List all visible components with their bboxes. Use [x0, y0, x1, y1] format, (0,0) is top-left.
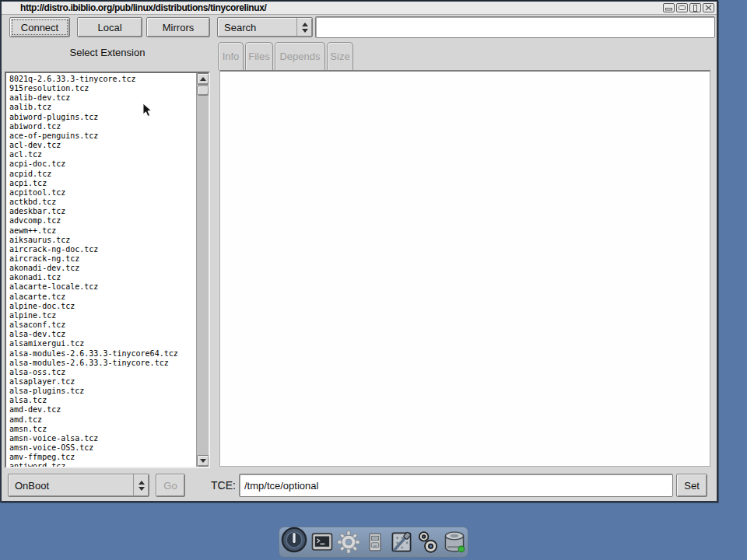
- maximize-button[interactable]: [676, 3, 688, 12]
- desktop: http://distro.ibiblio.org/pub/linux/dist…: [0, 0, 747, 560]
- extension-item[interactable]: ace-of-penguins.tcz: [9, 131, 196, 141]
- set-button[interactable]: Set: [676, 474, 707, 497]
- tce-label: TCE:: [211, 479, 236, 492]
- titlebar[interactable]: http://distro.ibiblio.org/pub/linux/dist…: [2, 2, 717, 15]
- extension-item[interactable]: alpine.tcz: [9, 311, 196, 320]
- extension-item[interactable]: akonadi.tcz: [9, 273, 196, 282]
- shade-button[interactable]: [663, 3, 675, 12]
- extension-item[interactable]: amsn-voice-OSS.tcz: [9, 443, 196, 453]
- search-mode-value: Search: [218, 22, 296, 33]
- go-button[interactable]: Go: [156, 474, 185, 497]
- appbrowser-window: http://distro.ibiblio.org/pub/linux/dist…: [0, 0, 718, 502]
- window-controls: [663, 3, 714, 12]
- tab-files[interactable]: Files: [245, 42, 273, 70]
- extension-item[interactable]: alsaconf.tcz: [9, 320, 196, 330]
- install-mode-value: OnBoot: [9, 480, 133, 492]
- extension-item[interactable]: acpi-doc.tcz: [9, 159, 196, 169]
- extension-item[interactable]: 915resolution.tcz: [9, 84, 196, 93]
- extension-item[interactable]: alacarte.tcz: [9, 292, 196, 302]
- extension-item[interactable]: alacarte-locale.tcz: [9, 282, 196, 292]
- extension-listbox: 8021q-2.6.33.3-tinycore.tcz915resolution…: [5, 72, 210, 468]
- extension-item[interactable]: amv-ffmpeg.tcz: [9, 453, 196, 462]
- extension-item[interactable]: alsa-modules-2.6.33.3-tinycore.tcz: [9, 359, 196, 368]
- appbrowser-icon[interactable]: [363, 530, 388, 555]
- terminal-icon[interactable]: [310, 530, 335, 555]
- extension-item[interactable]: akonadi-dev.tcz: [9, 264, 196, 273]
- extension-item[interactable]: aewm++.tcz: [9, 226, 196, 236]
- extension-item[interactable]: acl.tcz: [9, 150, 196, 159]
- close-button[interactable]: [703, 3, 714, 12]
- extension-item[interactable]: actkbd.tcz: [9, 198, 196, 207]
- mirrors-button[interactable]: Mirrors: [146, 17, 210, 37]
- connect-button[interactable]: Connect: [9, 17, 70, 37]
- extension-item[interactable]: abiword-plugins.tcz: [9, 113, 196, 122]
- tce-path-input[interactable]: [239, 474, 673, 497]
- tab-info[interactable]: Info: [218, 42, 244, 70]
- maximize-vertical-button[interactable]: [689, 3, 701, 12]
- extension-item[interactable]: alsa-plugins.tcz: [9, 387, 196, 396]
- extension-item[interactable]: aalib.tcz: [9, 103, 196, 112]
- extension-item[interactable]: antiword.tcz: [9, 462, 196, 467]
- extension-item[interactable]: abiword.tcz: [9, 122, 196, 131]
- chevron-updown-icon: [133, 474, 149, 496]
- extension-item[interactable]: alsa-oss.tcz: [9, 368, 196, 377]
- scroll-down-icon[interactable]: [197, 455, 209, 467]
- extension-item[interactable]: amd.tcz: [9, 415, 196, 425]
- extension-item[interactable]: acpi.tcz: [9, 179, 196, 188]
- tab-depends[interactable]: Depends: [275, 42, 325, 70]
- toolbox-icon[interactable]: [389, 530, 414, 555]
- chevron-updown-icon: [296, 18, 312, 37]
- dock: [279, 527, 468, 558]
- window-title: http://distro.ibiblio.org/pub/linux/dist…: [20, 2, 266, 13]
- extension-item[interactable]: aircrack-ng.tcz: [9, 254, 196, 264]
- extension-item[interactable]: alsa-dev.tcz: [9, 330, 196, 339]
- list-scrollbar[interactable]: [196, 73, 209, 467]
- mouse-cursor: [142, 103, 153, 117]
- gear-icon[interactable]: [336, 530, 361, 555]
- gears-icon[interactable]: [416, 530, 440, 555]
- extension-item[interactable]: acpitool.tcz: [9, 188, 196, 198]
- extension-item[interactable]: acpid.tcz: [9, 170, 196, 179]
- scrollbar-thumb[interactable]: [197, 86, 209, 96]
- extension-item[interactable]: alsa.tcz: [9, 396, 196, 405]
- extension-item[interactable]: aalib-dev.tcz: [9, 93, 196, 103]
- disk-icon[interactable]: [442, 530, 467, 555]
- extension-item[interactable]: adeskbar.tcz: [9, 207, 196, 216]
- search-input[interactable]: [315, 16, 715, 38]
- select-extension-label: Select Extension: [5, 47, 210, 58]
- power-icon[interactable]: [280, 526, 308, 554]
- install-mode-select[interactable]: OnBoot: [8, 474, 149, 497]
- extension-item[interactable]: 8021q-2.6.33.3-tinycore.tcz: [9, 75, 196, 84]
- search-mode-select[interactable]: Search: [217, 17, 313, 37]
- extension-item[interactable]: amd-dev.tcz: [9, 405, 196, 415]
- extension-item[interactable]: alsaplayer.tcz: [9, 377, 196, 387]
- local-button[interactable]: Local: [77, 17, 142, 37]
- extension-item[interactable]: amsn-voice-alsa.tcz: [9, 434, 196, 443]
- extension-item[interactable]: aircrack-ng-doc.tcz: [9, 245, 196, 254]
- extension-item[interactable]: acl-dev.tcz: [9, 141, 196, 150]
- extension-list: 8021q-2.6.33.3-tinycore.tcz915resolution…: [6, 73, 196, 467]
- extension-item[interactable]: amsn.tcz: [9, 425, 196, 434]
- info-display-panel: [219, 70, 710, 467]
- extension-item[interactable]: aiksaurus.tcz: [9, 236, 196, 245]
- extension-item[interactable]: alpine-doc.tcz: [9, 302, 196, 311]
- extension-item[interactable]: alsamixergui.tcz: [9, 339, 196, 348]
- extension-item[interactable]: alsa-modules-2.6.33.3-tinycore64.tcz: [9, 349, 196, 359]
- extension-item[interactable]: advcomp.tcz: [9, 216, 196, 226]
- scroll-up-icon[interactable]: [197, 73, 209, 85]
- tab-size[interactable]: Size: [327, 42, 353, 70]
